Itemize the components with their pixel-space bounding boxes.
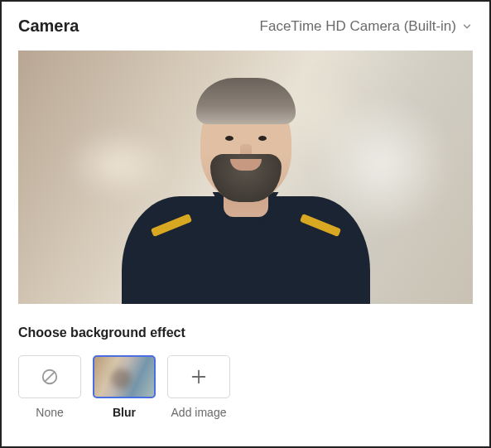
effect-option-blur[interactable]: Blur (93, 355, 156, 419)
background-effect-title: Choose background effect (18, 325, 473, 340)
chevron-down-icon (461, 21, 473, 32)
camera-settings-header: Camera FaceTime HD Camera (Built-in) (18, 17, 473, 36)
camera-preview (18, 51, 473, 304)
effect-tile-none (18, 355, 81, 398)
effect-option-none[interactable]: None (18, 355, 81, 419)
effect-label-add-image: Add image (171, 406, 227, 419)
svg-line-1 (45, 372, 55, 382)
camera-source-label: FaceTime HD Camera (Built-in) (260, 18, 456, 35)
effect-label-blur: Blur (113, 406, 136, 419)
background-effect-options: None Blur Add image (18, 355, 473, 419)
effect-tile-blur (93, 355, 156, 398)
effect-tile-add-image (167, 355, 230, 398)
none-icon (41, 368, 59, 386)
effect-option-add-image[interactable]: Add image (167, 355, 230, 419)
camera-preview-portrait (122, 72, 370, 304)
page-title: Camera (18, 17, 79, 36)
camera-source-select[interactable]: FaceTime HD Camera (Built-in) (260, 18, 473, 35)
effect-label-none: None (36, 406, 63, 419)
plus-icon (190, 368, 208, 386)
